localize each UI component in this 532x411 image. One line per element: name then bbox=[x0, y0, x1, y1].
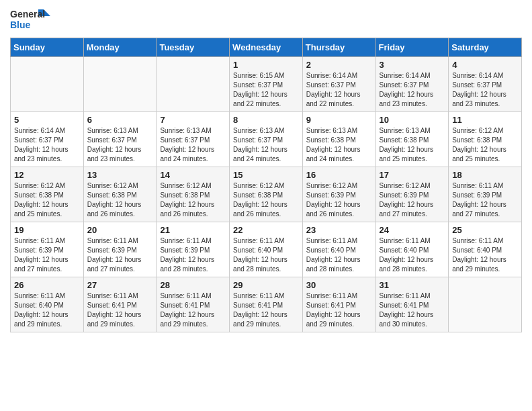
calendar-cell: 12Sunrise: 6:12 AM Sunset: 6:38 PM Dayli… bbox=[11, 167, 84, 222]
day-info: Sunrise: 6:12 AM Sunset: 6:38 PM Dayligh… bbox=[160, 181, 226, 219]
calendar-cell: 17Sunrise: 6:12 AM Sunset: 6:39 PM Dayli… bbox=[375, 167, 449, 222]
calendar-cell: 11Sunrise: 6:12 AM Sunset: 6:38 PM Dayli… bbox=[449, 112, 522, 167]
day-info: Sunrise: 6:13 AM Sunset: 6:37 PM Dayligh… bbox=[233, 126, 299, 164]
day-info: Sunrise: 6:14 AM Sunset: 6:37 PM Dayligh… bbox=[14, 126, 80, 164]
week-row-2: 5Sunrise: 6:14 AM Sunset: 6:37 PM Daylig… bbox=[11, 112, 522, 167]
day-number: 30 bbox=[306, 280, 372, 290]
day-info: Sunrise: 6:12 AM Sunset: 6:39 PM Dayligh… bbox=[380, 181, 445, 219]
day-number: 4 bbox=[452, 60, 518, 70]
day-number: 16 bbox=[306, 170, 372, 180]
day-info: Sunrise: 6:12 AM Sunset: 6:38 PM Dayligh… bbox=[87, 181, 153, 219]
day-number: 29 bbox=[233, 280, 299, 290]
day-info: Sunrise: 6:11 AM Sunset: 6:40 PM Dayligh… bbox=[233, 236, 299, 274]
day-number: 6 bbox=[87, 115, 153, 125]
calendar-cell bbox=[157, 57, 230, 112]
calendar-cell: 24Sunrise: 6:11 AM Sunset: 6:40 PM Dayli… bbox=[375, 222, 449, 277]
weekday-header-sunday: Sunday bbox=[11, 38, 84, 57]
day-info: Sunrise: 6:11 AM Sunset: 6:40 PM Dayligh… bbox=[306, 236, 372, 274]
day-info: Sunrise: 6:12 AM Sunset: 6:38 PM Dayligh… bbox=[452, 126, 518, 164]
day-info: Sunrise: 6:11 AM Sunset: 6:39 PM Dayligh… bbox=[14, 236, 80, 274]
day-number: 11 bbox=[452, 115, 518, 125]
calendar-table: SundayMondayTuesdayWednesdayThursdayFrid… bbox=[10, 38, 522, 332]
day-info: Sunrise: 6:11 AM Sunset: 6:40 PM Dayligh… bbox=[14, 291, 80, 329]
day-number: 13 bbox=[87, 170, 153, 180]
calendar-cell: 6Sunrise: 6:13 AM Sunset: 6:37 PM Daylig… bbox=[83, 112, 157, 167]
day-info: Sunrise: 6:11 AM Sunset: 6:39 PM Dayligh… bbox=[160, 236, 226, 274]
calendar-cell: 1Sunrise: 6:15 AM Sunset: 6:37 PM Daylig… bbox=[230, 57, 303, 112]
day-number: 20 bbox=[87, 225, 153, 235]
day-number: 1 bbox=[233, 60, 299, 70]
day-info: Sunrise: 6:12 AM Sunset: 6:39 PM Dayligh… bbox=[306, 181, 372, 219]
calendar-cell: 23Sunrise: 6:11 AM Sunset: 6:40 PM Dayli… bbox=[302, 222, 375, 277]
calendar-cell: 18Sunrise: 6:11 AM Sunset: 6:39 PM Dayli… bbox=[449, 167, 522, 222]
calendar-cell bbox=[449, 277, 522, 332]
calendar-cell: 8Sunrise: 6:13 AM Sunset: 6:37 PM Daylig… bbox=[230, 112, 303, 167]
calendar-cell: 30Sunrise: 6:11 AM Sunset: 6:41 PM Dayli… bbox=[302, 277, 375, 332]
calendar-cell bbox=[83, 57, 157, 112]
day-number: 24 bbox=[380, 225, 445, 235]
calendar-cell: 21Sunrise: 6:11 AM Sunset: 6:39 PM Dayli… bbox=[157, 222, 230, 277]
calendar-cell: 20Sunrise: 6:11 AM Sunset: 6:39 PM Dayli… bbox=[83, 222, 157, 277]
svg-text:General: General bbox=[10, 9, 45, 19]
week-row-5: 26Sunrise: 6:11 AM Sunset: 6:40 PM Dayli… bbox=[11, 277, 522, 332]
day-number: 31 bbox=[380, 280, 445, 290]
calendar-cell: 3Sunrise: 6:14 AM Sunset: 6:37 PM Daylig… bbox=[375, 57, 449, 112]
day-number: 26 bbox=[14, 280, 80, 290]
calendar-cell: 7Sunrise: 6:13 AM Sunset: 6:37 PM Daylig… bbox=[157, 112, 230, 167]
day-info: Sunrise: 6:13 AM Sunset: 6:38 PM Dayligh… bbox=[380, 126, 445, 164]
logo: GeneralBlue bbox=[10, 7, 50, 32]
day-info: Sunrise: 6:11 AM Sunset: 6:41 PM Dayligh… bbox=[87, 291, 153, 329]
header: GeneralBlue bbox=[10, 7, 522, 32]
day-number: 7 bbox=[160, 115, 226, 125]
day-number: 25 bbox=[452, 225, 518, 235]
weekday-header-monday: Monday bbox=[83, 38, 157, 57]
calendar-cell: 31Sunrise: 6:11 AM Sunset: 6:41 PM Dayli… bbox=[375, 277, 449, 332]
day-info: Sunrise: 6:11 AM Sunset: 6:40 PM Dayligh… bbox=[380, 236, 445, 274]
week-row-4: 19Sunrise: 6:11 AM Sunset: 6:39 PM Dayli… bbox=[11, 222, 522, 277]
calendar-cell: 13Sunrise: 6:12 AM Sunset: 6:38 PM Dayli… bbox=[83, 167, 157, 222]
calendar-cell: 28Sunrise: 6:11 AM Sunset: 6:41 PM Dayli… bbox=[157, 277, 230, 332]
week-row-3: 12Sunrise: 6:12 AM Sunset: 6:38 PM Dayli… bbox=[11, 167, 522, 222]
day-number: 8 bbox=[233, 115, 299, 125]
calendar-cell: 27Sunrise: 6:11 AM Sunset: 6:41 PM Dayli… bbox=[83, 277, 157, 332]
weekday-header-tuesday: Tuesday bbox=[157, 38, 230, 57]
day-info: Sunrise: 6:11 AM Sunset: 6:41 PM Dayligh… bbox=[380, 291, 445, 329]
day-info: Sunrise: 6:11 AM Sunset: 6:40 PM Dayligh… bbox=[452, 236, 518, 274]
day-number: 9 bbox=[306, 115, 372, 125]
day-info: Sunrise: 6:12 AM Sunset: 6:38 PM Dayligh… bbox=[14, 181, 80, 219]
calendar-cell: 29Sunrise: 6:11 AM Sunset: 6:41 PM Dayli… bbox=[230, 277, 303, 332]
calendar-cell: 16Sunrise: 6:12 AM Sunset: 6:39 PM Dayli… bbox=[302, 167, 375, 222]
day-info: Sunrise: 6:11 AM Sunset: 6:39 PM Dayligh… bbox=[87, 236, 153, 274]
day-number: 3 bbox=[380, 60, 445, 70]
calendar-cell: 2Sunrise: 6:14 AM Sunset: 6:37 PM Daylig… bbox=[302, 57, 375, 112]
weekday-header-wednesday: Wednesday bbox=[230, 38, 303, 57]
calendar-cell: 25Sunrise: 6:11 AM Sunset: 6:40 PM Dayli… bbox=[449, 222, 522, 277]
day-info: Sunrise: 6:11 AM Sunset: 6:41 PM Dayligh… bbox=[160, 291, 226, 329]
weekday-header-row: SundayMondayTuesdayWednesdayThursdayFrid… bbox=[11, 38, 522, 57]
day-info: Sunrise: 6:12 AM Sunset: 6:38 PM Dayligh… bbox=[233, 181, 299, 219]
day-number: 21 bbox=[160, 225, 226, 235]
week-row-1: 1Sunrise: 6:15 AM Sunset: 6:37 PM Daylig… bbox=[11, 57, 522, 112]
day-number: 12 bbox=[14, 170, 80, 180]
calendar-cell: 26Sunrise: 6:11 AM Sunset: 6:40 PM Dayli… bbox=[11, 277, 84, 332]
day-info: Sunrise: 6:11 AM Sunset: 6:39 PM Dayligh… bbox=[452, 181, 518, 219]
day-number: 19 bbox=[14, 225, 80, 235]
day-number: 10 bbox=[380, 115, 445, 125]
day-number: 17 bbox=[380, 170, 445, 180]
calendar-cell: 22Sunrise: 6:11 AM Sunset: 6:40 PM Dayli… bbox=[230, 222, 303, 277]
calendar-cell: 15Sunrise: 6:12 AM Sunset: 6:38 PM Dayli… bbox=[230, 167, 303, 222]
calendar-cell: 19Sunrise: 6:11 AM Sunset: 6:39 PM Dayli… bbox=[11, 222, 84, 277]
weekday-header-thursday: Thursday bbox=[302, 38, 375, 57]
day-info: Sunrise: 6:13 AM Sunset: 6:38 PM Dayligh… bbox=[306, 126, 372, 164]
calendar-cell: 5Sunrise: 6:14 AM Sunset: 6:37 PM Daylig… bbox=[11, 112, 84, 167]
calendar-cell: 9Sunrise: 6:13 AM Sunset: 6:38 PM Daylig… bbox=[302, 112, 375, 167]
day-info: Sunrise: 6:15 AM Sunset: 6:37 PM Dayligh… bbox=[233, 71, 299, 109]
day-number: 28 bbox=[160, 280, 226, 290]
page: GeneralBlue SundayMondayTuesdayWednesday… bbox=[0, 0, 532, 411]
day-number: 23 bbox=[306, 225, 372, 235]
svg-text:Blue: Blue bbox=[10, 19, 31, 30]
calendar-cell: 4Sunrise: 6:14 AM Sunset: 6:37 PM Daylig… bbox=[449, 57, 522, 112]
calendar-cell bbox=[11, 57, 84, 112]
weekday-header-saturday: Saturday bbox=[449, 38, 522, 57]
calendar-cell: 14Sunrise: 6:12 AM Sunset: 6:38 PM Dayli… bbox=[157, 167, 230, 222]
